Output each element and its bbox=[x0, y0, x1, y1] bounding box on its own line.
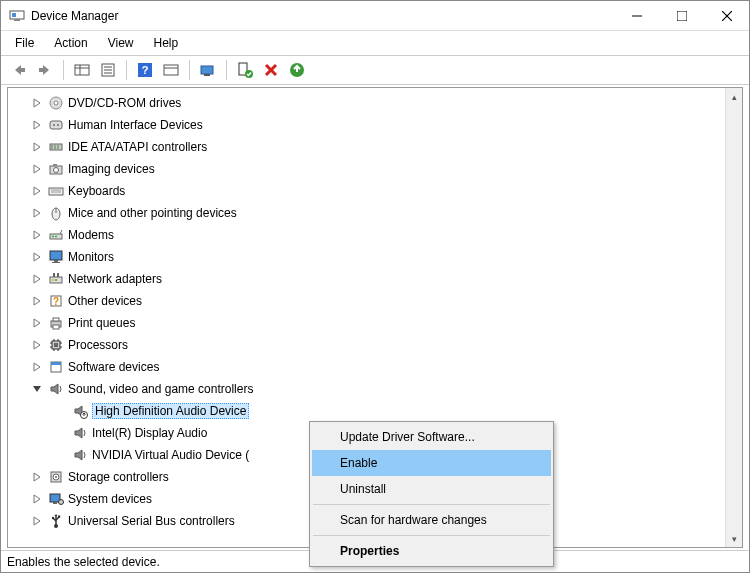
keyboard-icon bbox=[47, 182, 65, 200]
svg-rect-4 bbox=[677, 11, 687, 21]
tree-item[interactable]: Sound, video and game controllers bbox=[16, 378, 742, 400]
context-menu: Update Driver Software...EnableUninstall… bbox=[309, 421, 554, 567]
svg-rect-50 bbox=[52, 262, 60, 263]
tree-item[interactable]: Imaging devices bbox=[16, 158, 742, 180]
tree-item-label: Imaging devices bbox=[68, 162, 155, 176]
expand-icon[interactable] bbox=[30, 360, 44, 374]
toolbar-separator bbox=[63, 60, 64, 80]
expand-icon[interactable] bbox=[30, 140, 44, 154]
tree-item[interactable]: Processors bbox=[16, 334, 742, 356]
menu-view[interactable]: View bbox=[98, 33, 144, 53]
forward-button[interactable] bbox=[33, 58, 57, 82]
menu-bar: File Action View Help bbox=[1, 31, 749, 55]
speaker-icon bbox=[71, 424, 89, 442]
enable-button[interactable] bbox=[233, 58, 257, 82]
expand-icon[interactable] bbox=[30, 272, 44, 286]
expand-icon[interactable] bbox=[30, 470, 44, 484]
tree-item[interactable]: Print queues bbox=[16, 312, 742, 334]
context-menu-item[interactable]: Enable bbox=[312, 450, 551, 476]
expand-icon[interactable] bbox=[30, 250, 44, 264]
camera-icon bbox=[47, 160, 65, 178]
action-button[interactable] bbox=[159, 58, 183, 82]
scroll-up-icon[interactable]: ▴ bbox=[727, 88, 742, 105]
scroll-down-icon[interactable]: ▾ bbox=[727, 530, 742, 547]
expand-icon[interactable] bbox=[30, 316, 44, 330]
tree-item[interactable]: Software devices bbox=[16, 356, 742, 378]
tree-item[interactable]: IDE ATA/ATAPI controllers bbox=[16, 136, 742, 158]
svg-point-84 bbox=[52, 517, 54, 519]
expand-icon[interactable] bbox=[30, 96, 44, 110]
context-menu-item[interactable]: Scan for hardware changes bbox=[312, 507, 551, 533]
tree-item-label: NVIDIA Virtual Audio Device ( bbox=[92, 448, 249, 462]
svg-rect-53 bbox=[57, 273, 59, 277]
modem-icon bbox=[47, 226, 65, 244]
svg-rect-60 bbox=[53, 325, 59, 329]
tree-item[interactable]: Human Interface Devices bbox=[16, 114, 742, 136]
tree-item-label: DVD/CD-ROM drives bbox=[68, 96, 181, 110]
toolbar-separator bbox=[189, 60, 190, 80]
cpu-icon bbox=[47, 336, 65, 354]
uninstall-button[interactable] bbox=[259, 58, 283, 82]
tree-item-label: Processors bbox=[68, 338, 128, 352]
maximize-button[interactable] bbox=[659, 1, 704, 31]
menu-file[interactable]: File bbox=[5, 33, 44, 53]
tree-item[interactable]: Monitors bbox=[16, 246, 742, 268]
menu-action[interactable]: Action bbox=[44, 33, 97, 53]
ide-icon bbox=[47, 138, 65, 156]
svg-text:?: ? bbox=[53, 296, 59, 307]
tree-item[interactable]: Keyboards bbox=[16, 180, 742, 202]
tree-item[interactable]: Network adapters bbox=[16, 268, 742, 290]
update-driver-button[interactable] bbox=[285, 58, 309, 82]
tree-item-label: Storage controllers bbox=[68, 470, 169, 484]
context-menu-item[interactable]: Properties bbox=[312, 538, 551, 564]
svg-point-30 bbox=[53, 124, 55, 126]
no-expand bbox=[54, 448, 68, 462]
scan-hardware-button[interactable] bbox=[196, 58, 220, 82]
expand-icon[interactable] bbox=[30, 228, 44, 242]
tree-item[interactable]: High Definition Audio Device bbox=[16, 400, 742, 422]
tree-item-label: System devices bbox=[68, 492, 152, 506]
expand-icon[interactable] bbox=[30, 514, 44, 528]
svg-rect-78 bbox=[53, 502, 57, 504]
speaker-icon bbox=[71, 446, 89, 464]
show-hidden-button[interactable] bbox=[70, 58, 94, 82]
svg-point-79 bbox=[59, 500, 64, 505]
close-button[interactable] bbox=[704, 1, 749, 31]
menu-help[interactable]: Help bbox=[144, 33, 189, 53]
context-menu-item[interactable]: Uninstall bbox=[312, 476, 551, 502]
svg-rect-8 bbox=[39, 68, 43, 72]
expand-icon[interactable] bbox=[30, 338, 44, 352]
tree-item-label: Network adapters bbox=[68, 272, 162, 286]
tree-item[interactable]: ?Other devices bbox=[16, 290, 742, 312]
context-menu-item[interactable]: Update Driver Software... bbox=[312, 424, 551, 450]
toolbar-separator bbox=[226, 60, 227, 80]
no-expand bbox=[54, 404, 68, 418]
expand-icon[interactable] bbox=[30, 118, 44, 132]
collapse-icon[interactable] bbox=[30, 382, 44, 396]
minimize-button[interactable] bbox=[614, 1, 659, 31]
expand-icon[interactable] bbox=[30, 294, 44, 308]
vertical-scrollbar[interactable]: ▴ ▾ bbox=[725, 88, 742, 547]
menu-separator bbox=[313, 504, 550, 505]
properties-button[interactable] bbox=[96, 58, 120, 82]
expand-icon[interactable] bbox=[30, 162, 44, 176]
svg-rect-2 bbox=[12, 13, 16, 17]
svg-point-38 bbox=[54, 168, 59, 173]
back-button[interactable] bbox=[7, 58, 31, 82]
speaker-icon bbox=[47, 380, 65, 398]
svg-rect-49 bbox=[54, 260, 58, 262]
help-button[interactable]: ? bbox=[133, 58, 157, 82]
tree-item[interactable]: Modems bbox=[16, 224, 742, 246]
no-expand bbox=[54, 426, 68, 440]
toolbar-separator bbox=[126, 60, 127, 80]
tree-item[interactable]: DVD/CD-ROM drives bbox=[16, 92, 742, 114]
expand-icon[interactable] bbox=[30, 492, 44, 506]
tree-item-label: IDE ATA/ATAPI controllers bbox=[68, 140, 207, 154]
svg-rect-21 bbox=[204, 74, 210, 76]
tree-item[interactable]: Mice and other pointing devices bbox=[16, 202, 742, 224]
expand-icon[interactable] bbox=[30, 184, 44, 198]
svg-rect-18 bbox=[164, 65, 178, 75]
app-icon bbox=[9, 8, 25, 24]
expand-icon[interactable] bbox=[30, 206, 44, 220]
storage-icon bbox=[47, 468, 65, 486]
